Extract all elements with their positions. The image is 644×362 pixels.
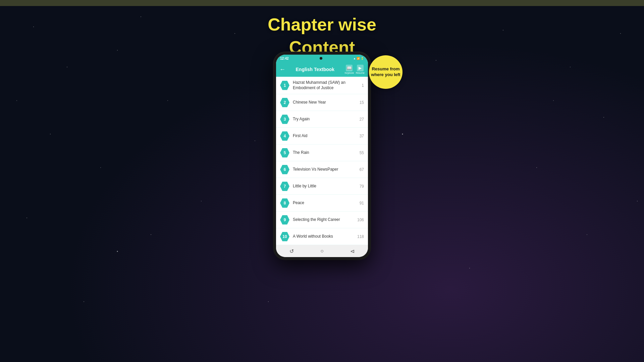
chapter-name: Chinese New Year: [293, 100, 352, 105]
chapter-number: 9: [280, 215, 289, 225]
table-row[interactable]: 6Television Vs NewsPaper67: [276, 161, 368, 178]
chapter-page: 55: [356, 150, 364, 155]
chapter-name: Try Again: [293, 117, 352, 122]
chapter-page: 27: [356, 117, 364, 122]
refresh-button[interactable]: ↺: [289, 248, 294, 254]
chapter-number: 3: [280, 115, 289, 124]
toolbar-title: English Textbook: [288, 67, 342, 72]
chapter-page: 106: [356, 218, 364, 222]
status-bar: 12:42 ▲ 📶 🔋: [276, 55, 368, 62]
bottom-nav: ↺ ○ ⊲: [276, 245, 368, 257]
table-row[interactable]: 9Selecting the Right Career106: [276, 212, 368, 228]
signal-icon: 📶: [357, 57, 360, 60]
table-row[interactable]: 8Peace91: [276, 195, 368, 212]
chapter-name: First Aid: [293, 133, 352, 139]
resume-bubble-text: Resume from where you left: [369, 65, 402, 79]
chapter-number: 10: [280, 232, 289, 241]
table-row[interactable]: 2Chinese New Year15: [276, 94, 368, 111]
chapter-name: The Rain: [293, 150, 352, 156]
back-button[interactable]: ←: [279, 66, 285, 73]
table-row[interactable]: 3Try Again27: [276, 111, 368, 128]
table-row[interactable]: 7Little by Little79: [276, 178, 368, 195]
chapter-name: Peace: [293, 200, 352, 206]
chapter-number: 8: [280, 198, 289, 208]
keybook-button[interactable]: 📖 Keybook: [345, 65, 354, 74]
resume-icon: ▶: [357, 65, 364, 71]
chapter-list: 1Hazrat Muhammad (SAW) an Embodiment of …: [276, 77, 368, 245]
chapter-name: Selecting the Right Career: [293, 217, 352, 223]
table-row[interactable]: 10A World without Books118: [276, 228, 368, 245]
resume-label: Resume: [356, 72, 365, 74]
chapter-page: 1: [356, 83, 364, 88]
table-row[interactable]: 1Hazrat Muhammad (SAW) an Embodiment of …: [276, 77, 368, 94]
chapter-number: 6: [280, 165, 289, 174]
keybook-icon: 📖: [346, 65, 353, 71]
chapter-number: 1: [280, 81, 289, 90]
chapter-name: Little by Little: [293, 184, 352, 189]
resume-bubble[interactable]: Resume from where you left: [369, 55, 402, 89]
chapter-page: 15: [356, 100, 364, 105]
toolbar-icons: 📖 Keybook ▶ Resume: [345, 65, 365, 74]
toolbar: ← English Textbook 📖 Keybook ▶ Resume: [276, 62, 368, 77]
chapter-number: 7: [280, 182, 289, 191]
chapter-page: 79: [356, 184, 364, 189]
chapter-page: 37: [356, 134, 364, 138]
chapter-page: 118: [356, 234, 364, 239]
phone-screen: 12:42 ▲ 📶 🔋 ← English Textbook 📖 Keybook: [276, 55, 368, 257]
table-row[interactable]: 4First Aid37: [276, 128, 368, 144]
table-row[interactable]: 5The Rain55: [276, 144, 368, 161]
chapter-name: Television Vs NewsPaper: [293, 167, 352, 172]
battery-icon: 🔋: [361, 57, 364, 60]
wifi-icon: ▲: [353, 57, 356, 60]
phone: 12:42 ▲ 📶 🔋 ← English Textbook 📖 Keybook: [273, 52, 371, 260]
chapter-number: 2: [280, 98, 289, 107]
chapter-page: 67: [356, 167, 364, 172]
top-strip: [0, 0, 644, 6]
keybook-label: Keybook: [345, 72, 354, 74]
chapter-number: 5: [280, 148, 289, 158]
chapter-number: 4: [280, 131, 289, 141]
resume-button[interactable]: ▶ Resume: [356, 65, 365, 74]
home-button[interactable]: ○: [320, 248, 324, 254]
camera-indicator: [320, 57, 322, 60]
chapter-name: A World without Books: [293, 234, 352, 239]
back-nav-button[interactable]: ⊲: [350, 248, 355, 254]
status-icons: ▲ 📶 🔋: [353, 57, 364, 60]
chapter-page: 91: [356, 201, 364, 205]
chapter-name: Hazrat Muhammad (SAW) an Embodiment of J…: [293, 80, 352, 90]
phone-wrapper: Resume from where you left 12:42 ▲ 📶 🔋 ←…: [273, 52, 371, 260]
status-time: 12:42: [280, 57, 289, 60]
